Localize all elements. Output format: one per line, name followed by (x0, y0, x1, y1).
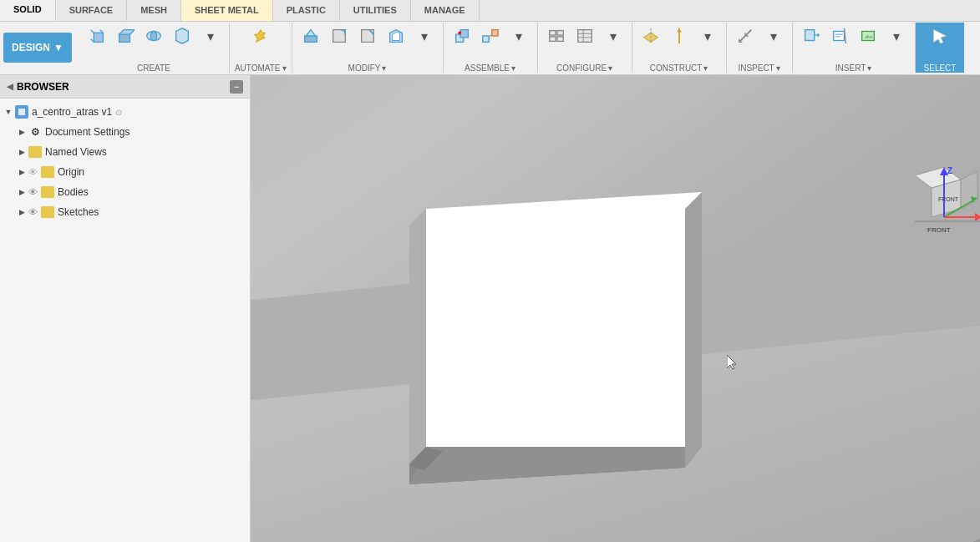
tab-solid[interactable]: SOLID (0, 0, 56, 21)
create-new-body-button[interactable] (84, 23, 110, 49)
svg-rect-70 (18, 109, 25, 115)
create-more-button[interactable] (169, 23, 195, 49)
svg-rect-4 (119, 35, 130, 43)
modify-shell-button[interactable] (383, 23, 409, 49)
browser-panel: ◀ BROWSER − ▼ a_centro_atras v1 ⊙ ▶ ⚙ Do… (0, 75, 251, 542)
tree-expand-origin[interactable]: ▶ (17, 167, 27, 177)
toolbar-group-assemble: ▾ ASSEMBLE ▾ (444, 23, 538, 73)
tree-item-root[interactable]: ▼ a_centro_atras v1 ⊙ (0, 102, 250, 122)
design-label: DESIGN (12, 42, 50, 53)
svg-marker-69 (727, 355, 736, 369)
construct-axis-button[interactable] (666, 23, 693, 49)
insert-derive-button[interactable] (798, 23, 825, 49)
tree-expand-bodies[interactable]: ▶ (17, 187, 27, 197)
browser-tree: ▼ a_centro_atras v1 ⊙ ▶ ⚙ Document Setti… (0, 99, 250, 225)
svg-marker-67 (975, 213, 980, 221)
assemble-dropdown-button[interactable]: ▾ (505, 23, 532, 49)
browser-title-text: BROWSER (17, 81, 69, 93)
named-views-label: Named Views (45, 146, 107, 158)
toolbar-group-select: SELECT (916, 23, 965, 73)
target-icon: ⊙ (115, 108, 122, 117)
origin-folder-icon (41, 166, 54, 178)
svg-rect-34 (805, 30, 814, 41)
construct-dropdown-button[interactable]: ▾ (694, 23, 721, 49)
create-dropdown-button[interactable]: ▾ (197, 23, 224, 49)
inspect-measure-button[interactable] (732, 23, 759, 49)
svg-rect-0 (94, 33, 103, 43)
modify-dropdown-button[interactable]: ▾ (411, 23, 438, 49)
toolbar-group-automate: AUTOMATE ▾ (230, 23, 292, 73)
modify-chamfer-button[interactable] (354, 23, 381, 49)
doc-settings-label: Document Settings (45, 126, 129, 138)
configure-dropdown-button[interactable]: ▾ (600, 23, 627, 49)
svg-marker-36 (817, 33, 820, 38)
tree-expand-root[interactable]: ▼ (3, 107, 13, 117)
tree-expand-sketches[interactable]: ▶ (17, 207, 27, 217)
insert-label: INSERT ▾ (835, 63, 872, 73)
tab-mesh[interactable]: MESH (127, 0, 181, 21)
configure-label: CONFIGURE ▾ (556, 63, 612, 73)
svg-marker-28 (677, 28, 682, 33)
settings-gear-icon: ⚙ (28, 125, 42, 139)
toolbar-group-configure: ▾ CONFIGURE ▾ (538, 23, 632, 73)
svg-rect-18 (549, 31, 555, 36)
sketches-eye-icon: 👁 (28, 207, 38, 217)
bodies-folder-icon (41, 186, 54, 198)
tree-expand-named-views[interactable]: ▶ (17, 147, 27, 157)
insert-canvas-button[interactable] (826, 23, 853, 49)
browser-collapse-button[interactable]: − (230, 80, 243, 94)
svg-marker-9 (306, 30, 315, 36)
select-label: SELECT (924, 63, 957, 73)
svg-rect-22 (577, 30, 592, 43)
tree-item-sketches[interactable]: ▶ 👁 Sketches (13, 202, 250, 222)
tab-surface[interactable]: SURFACE (56, 0, 128, 21)
document-icon (15, 105, 28, 119)
modify-label: MODIFY ▾ (348, 63, 387, 73)
create-label: CREATE (137, 63, 170, 73)
tab-manage[interactable]: MANAGE (411, 0, 480, 21)
svg-rect-15 (482, 36, 488, 42)
inspect-label: INSPECT ▾ (738, 63, 779, 73)
assemble-new-component-button[interactable] (449, 23, 475, 49)
tab-sheet-metal[interactable]: SHEET METAL (181, 0, 273, 21)
modify-press-pull-button[interactable] (297, 23, 324, 49)
svg-text:FRONT: FRONT (938, 196, 959, 202)
toolbar-group-construct: ▾ CONSTRUCT ▾ (632, 23, 727, 73)
mouse-cursor (727, 355, 737, 368)
inspect-dropdown-button[interactable]: ▾ (760, 23, 787, 49)
tab-utilities[interactable]: UTILITIES (340, 0, 411, 21)
tree-item-origin[interactable]: ▶ 👁 Origin (13, 162, 250, 182)
design-button[interactable]: DESIGN ▼ (3, 33, 72, 63)
svg-marker-51 (409, 209, 426, 463)
tab-bar: SOLID SURFACE MESH SHEET METAL PLASTIC U… (0, 0, 980, 22)
insert-decal-button[interactable] (855, 23, 881, 49)
svg-rect-8 (304, 36, 317, 42)
assemble-joint-button[interactable] (477, 23, 504, 49)
toolbar-group-inspect: ▾ INSPECT ▾ (727, 23, 793, 73)
browser-title: ◀ BROWSER (7, 81, 69, 93)
tree-item-named-views[interactable]: ▶ Named Views (13, 142, 250, 162)
toolbar-group-insert: ▾ INSERT ▾ (793, 23, 916, 73)
tab-plastic[interactable]: PLASTIC (273, 0, 340, 21)
svg-marker-54 (685, 192, 702, 468)
create-extrude-button[interactable] (112, 23, 139, 49)
configure-button[interactable] (543, 23, 570, 49)
svg-rect-37 (833, 32, 844, 41)
tree-item-doc-settings[interactable]: ▶ ⚙ Document Settings (13, 122, 250, 142)
tree-expand-doc-settings[interactable]: ▶ (17, 127, 27, 137)
assemble-label: ASSEMBLE ▾ (465, 63, 515, 73)
origin-label: Origin (58, 166, 84, 178)
browser-expand-icon[interactable]: ◀ (7, 82, 13, 91)
create-revolve-button[interactable] (140, 23, 167, 49)
modify-fillet-button[interactable] (326, 23, 353, 49)
sketches-label: Sketches (58, 206, 99, 218)
origin-eye-icon: 👁 (28, 167, 38, 177)
select-button[interactable] (927, 23, 953, 49)
named-views-folder-icon (28, 146, 42, 158)
insert-dropdown-button[interactable]: ▾ (883, 23, 910, 49)
svg-text:FRONT: FRONT (927, 226, 951, 234)
construct-plane-button[interactable] (637, 23, 664, 49)
tree-item-bodies[interactable]: ▶ 👁 Bodies (13, 182, 250, 202)
automate-button[interactable] (247, 23, 274, 49)
configure-table-button[interactable] (571, 23, 598, 49)
